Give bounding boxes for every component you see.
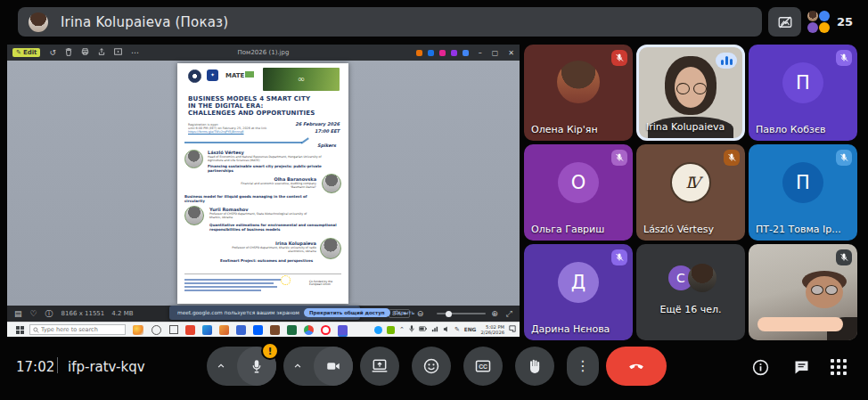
rotate-icon[interactable]: ↺ — [49, 49, 56, 57]
camera-button-group[interactable] — [283, 347, 353, 386]
delete-icon[interactable] — [65, 48, 72, 58]
tray-clock[interactable]: 5:02 PM 2/26/2026 — [480, 324, 504, 336]
weather-widget-icon[interactable] — [133, 325, 143, 335]
close-button[interactable]: ✕ — [508, 49, 514, 57]
shared-screen-region[interactable]: ✎ Edit ↺ ⋯ Пом2026 (1).jpg — [7, 45, 520, 337]
maximize-button[interactable]: ▢ — [492, 49, 499, 57]
taskbar-app-2[interactable] — [202, 325, 212, 335]
speaker-topic: Quantitative estimations for environment… — [209, 224, 341, 232]
system-tray: ⌃ ✎ ENG 5:02 PM 2/26/2026 — [374, 324, 516, 336]
filmstrip-icon[interactable]: ▤ — [14, 310, 22, 318]
tray-network-icon[interactable] — [431, 326, 438, 334]
taskbar-app-3[interactable] — [219, 325, 229, 335]
slideshow-icon[interactable] — [114, 48, 122, 57]
camera-icon — [325, 358, 341, 374]
fullscreen-icon[interactable]: ⤢ — [506, 310, 512, 318]
opera-icon[interactable] — [321, 325, 331, 335]
reactions-button[interactable] — [412, 347, 451, 386]
avatar — [557, 61, 600, 103]
poster-title: BUSINESS MODELS 4 SMART CITY IN THE DIGI… — [188, 95, 315, 117]
glasses-right — [693, 83, 707, 94]
taskbar-app-1[interactable] — [185, 325, 195, 335]
tile-more-participants[interactable]: С Ещё 16 чел. — [636, 244, 745, 340]
tray-language[interactable]: ENG — [464, 327, 477, 332]
dropbox-icon[interactable] — [253, 325, 263, 335]
effects-button[interactable] — [768, 7, 801, 37]
tray-pen-icon[interactable]: ✎ — [454, 327, 460, 333]
hide-banner-link[interactable]: Скрыть — [395, 310, 415, 315]
camera-button[interactable] — [314, 347, 353, 386]
edit-button[interactable]: ✎ Edit — [12, 48, 40, 57]
titlebar-app-icon[interactable] — [416, 50, 422, 56]
divider-slant — [300, 137, 308, 143]
more-options-icon[interactable]: ⋯ — [131, 49, 139, 57]
raise-hand-icon — [526, 357, 544, 375]
windows-taskbar: ⌃ ✎ ENG 5:02 PM 2/26/2026 — [7, 322, 520, 337]
taskbar-search[interactable] — [29, 324, 126, 335]
registration-info: Registration is open until 6:00 PM (EET)… — [188, 124, 284, 135]
tray-volume-icon[interactable] — [443, 326, 450, 334]
participant-name: Ольга Гавриш — [531, 224, 604, 235]
taskbar-app-5[interactable] — [270, 325, 280, 335]
tile-pavlo-kobziev[interactable]: П Павло Кобзєв — [749, 45, 857, 141]
stop-sharing-button[interactable]: Прекратить общий доступ — [304, 308, 390, 317]
tile-unnamed-video[interactable] — [749, 244, 857, 340]
emblem-logo: ✦ — [207, 69, 218, 81]
tile-daryna-nienova[interactable]: Д Дарина Нєнова — [524, 244, 633, 340]
end-call-button[interactable] — [606, 347, 667, 386]
tile-laszlo-vertesy[interactable]: LV László Vértesy — [636, 144, 745, 241]
tile-olha-havrysh[interactable]: О Ольга Гавриш — [524, 144, 633, 241]
excel-icon[interactable] — [287, 325, 297, 335]
share-icon[interactable] — [98, 48, 105, 57]
mic-button[interactable]: ! — [237, 347, 276, 386]
zoom-slider[interactable] — [437, 313, 486, 314]
tray-skype-icon[interactable] — [374, 326, 382, 334]
mini-avatar — [807, 22, 818, 33]
taskbar-app-4[interactable] — [236, 325, 246, 335]
active-app-icon[interactable] — [338, 325, 348, 335]
participants-count-button[interactable]: 25 — [807, 7, 853, 37]
titlebar-app-icon[interactable] — [463, 50, 469, 56]
task-view-icon[interactable] — [169, 325, 178, 334]
zoom-out-icon[interactable]: ⊖ — [417, 310, 424, 318]
notification-center-icon[interactable] — [509, 325, 516, 334]
tile-pt21-tovma[interactable]: П ПТ-21 Товма Ір... — [749, 144, 857, 241]
titlebar-app-icon[interactable] — [451, 50, 457, 56]
present-button[interactable] — [360, 347, 399, 386]
tray-chevron-icon[interactable]: ⌃ — [399, 327, 405, 333]
titlebar-app-icon[interactable] — [428, 50, 434, 56]
speaker-photo — [320, 238, 341, 259]
tray-battery-icon[interactable] — [419, 326, 427, 333]
activities-button[interactable] — [827, 355, 850, 379]
print-icon[interactable] — [81, 48, 89, 57]
file-info-icon[interactable]: ⓘ — [45, 310, 53, 318]
favorite-icon[interactable]: ♡ — [30, 310, 37, 318]
search-input[interactable] — [39, 325, 122, 334]
chrome-icon[interactable] — [304, 325, 314, 335]
tile-olena-kiryan[interactable]: Олена Кір'ян — [524, 45, 633, 141]
zoom-in-icon[interactable]: ⊕ — [491, 310, 498, 318]
cortana-icon[interactable] — [151, 325, 161, 335]
speaker-topic: Business model for illiquid goods managi… — [184, 195, 318, 203]
chat-button[interactable] — [790, 355, 813, 379]
minimize-button[interactable]: – — [479, 49, 482, 57]
more-options-button[interactable]: ⋮ — [567, 347, 599, 386]
mini-avatar — [807, 11, 818, 21]
mic-button-group[interactable]: ! — [207, 347, 276, 386]
funding-disclaimer-lines — [184, 279, 281, 291]
zoom-slider-knob[interactable] — [446, 311, 452, 317]
start-button[interactable] — [16, 326, 24, 334]
tray-green-icon[interactable] — [387, 326, 395, 334]
mic-options-chevron[interactable] — [207, 360, 235, 372]
camera-options-chevron[interactable] — [283, 360, 312, 372]
audio-activity-badge — [716, 53, 737, 69]
presenter-banner[interactable]: Irina Kolupaieva (Показ) — [18, 7, 762, 37]
event-time: 17:00 EET — [315, 129, 340, 135]
titlebar-app-icon[interactable] — [439, 50, 446, 56]
mini-avatar — [819, 11, 830, 21]
tile-irina-kolupaieva[interactable]: Irina Kolupaieva — [636, 45, 745, 141]
raise-hand-button[interactable] — [515, 347, 554, 386]
meeting-details-button[interactable] — [749, 355, 772, 379]
tray-mic-icon[interactable] — [409, 325, 414, 334]
captions-button[interactable]: CC — [463, 347, 503, 386]
